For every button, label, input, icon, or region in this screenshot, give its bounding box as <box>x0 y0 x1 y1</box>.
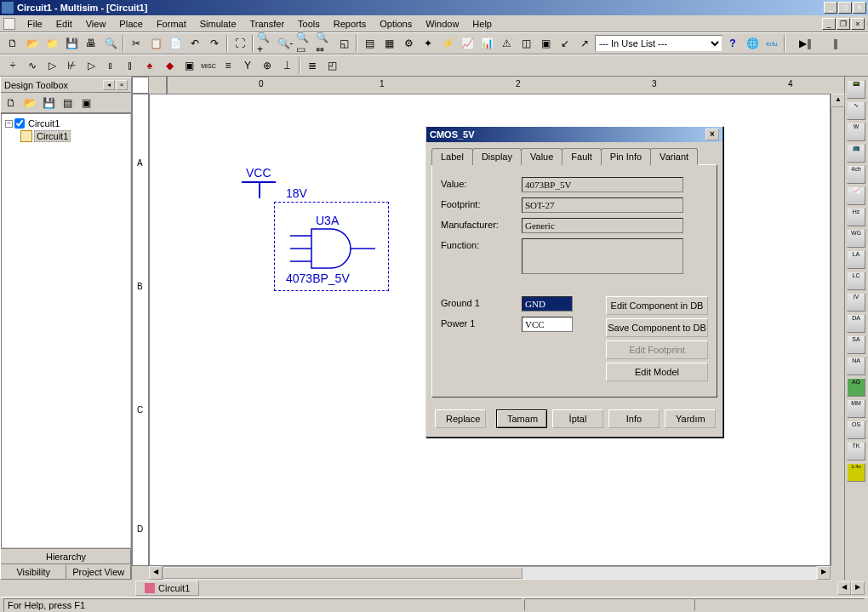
scroll-right-button[interactable]: ▶ <box>817 566 831 580</box>
horizontal-scrollbar[interactable]: ◀ ▶ <box>149 566 844 580</box>
mdi-close-button[interactable]: × <box>851 18 865 30</box>
cmos-button[interactable]: ⫿ <box>121 56 140 75</box>
menu-help[interactable]: Help <box>465 17 499 31</box>
ground1-field[interactable] <box>522 296 573 312</box>
edu-button[interactable]: edu <box>762 34 781 53</box>
toolbox-rename-button[interactable]: ▣ <box>77 94 94 112</box>
bode-plotter-button[interactable]: 📈 <box>847 186 865 205</box>
vcc-value[interactable]: 18V <box>286 186 307 200</box>
tek-scope-button[interactable]: TK <box>847 442 865 460</box>
menu-simulate[interactable]: Simulate <box>193 17 243 31</box>
close-button[interactable]: × <box>853 2 866 14</box>
basic-button[interactable]: ∿ <box>23 56 42 75</box>
network-analyzer-button[interactable]: NA <box>847 357 865 375</box>
menu-reports[interactable]: Reports <box>327 17 374 31</box>
tab-scroll-right-button[interactable]: ▶ <box>851 581 865 595</box>
ladder-button[interactable]: ⟘ <box>277 56 296 75</box>
tree-child[interactable]: Circuit1 <box>20 129 127 143</box>
menu-window[interactable]: Window <box>419 17 465 31</box>
vertical-scrollbar[interactable]: ▲ <box>831 94 844 566</box>
tree-root-label[interactable]: Circuit1 <box>26 118 61 129</box>
edaparts-button[interactable]: 🌐 <box>743 34 762 53</box>
help-button[interactable]: ? <box>723 34 742 53</box>
tab-fault[interactable]: Fault <box>562 148 601 165</box>
and-gate-icon[interactable] <box>290 227 380 270</box>
save-to-db-button[interactable]: Save Component to DB <box>606 318 708 337</box>
multimeter-button[interactable]: 📟 <box>847 80 865 99</box>
word-gen-button[interactable]: WG <box>847 229 865 248</box>
database-manager-button[interactable]: ⚙ <box>399 34 418 53</box>
spectrum-analyzer-button[interactable]: SA <box>847 335 865 354</box>
analyses-button[interactable]: 📊 <box>477 34 496 53</box>
analog-button[interactable]: ▷ <box>82 56 100 75</box>
print-preview-button[interactable]: 🔍 <box>101 34 120 53</box>
info-button[interactable]: Info <box>608 409 660 428</box>
cut-button[interactable]: ✂ <box>127 34 146 53</box>
oscilloscope-button[interactable]: 📺 <box>847 144 865 163</box>
tree-expander-icon[interactable]: − <box>5 120 13 128</box>
fullscreen-button[interactable]: ⛶ <box>231 34 249 53</box>
scroll-h-track[interactable] <box>163 566 817 580</box>
tab-pininfo[interactable]: Pin Info <box>601 148 651 165</box>
run-button[interactable]: ▶‖ <box>788 34 822 53</box>
source-button[interactable]: ÷ <box>3 56 22 75</box>
toolbox-close-button[interactable]: × <box>116 80 128 90</box>
dialog-help-button[interactable]: Yardım <box>665 409 716 428</box>
electromech-button[interactable]: ⊕ <box>258 56 277 75</box>
menu-edit[interactable]: Edit <box>49 17 79 31</box>
function-gen-button[interactable]: ∿ <box>847 101 865 120</box>
tab-label[interactable]: Label <box>431 148 473 165</box>
redo-button[interactable]: ↷ <box>205 34 224 53</box>
tab-value[interactable]: Value <box>521 148 562 165</box>
rf-button[interactable]: Y <box>238 56 257 75</box>
zoom-area-button[interactable]: 🔍▭ <box>295 34 314 53</box>
tab-project-view[interactable]: Project View <box>66 564 132 580</box>
menu-format[interactable]: Format <box>150 17 193 31</box>
toolbox-save-button[interactable]: 💾 <box>40 94 57 112</box>
doc-tab-circuit1[interactable]: Circuit1 <box>135 581 199 596</box>
save-button[interactable]: 💾 <box>62 34 81 53</box>
new-button[interactable]: 🗋 <box>3 34 22 53</box>
menu-transfer[interactable]: Transfer <box>243 17 292 31</box>
tree-child-label[interactable]: Circuit1 <box>34 130 71 142</box>
mdi-minimize-button[interactable]: _ <box>822 18 836 30</box>
paste-button[interactable]: 📄 <box>166 34 185 53</box>
tab-visibility[interactable]: Visibility <box>1 564 66 580</box>
tab-scroll-left-button[interactable]: ◀ <box>837 581 851 595</box>
toolbox-new-button[interactable]: 🗋 <box>3 94 20 112</box>
grapher-button[interactable]: ⚡ <box>438 34 457 53</box>
bus-button[interactable]: ≣ <box>303 56 322 75</box>
zoom-in-button[interactable]: 🔍+ <box>256 34 275 53</box>
ultiboard-button[interactable]: ▣ <box>536 34 555 53</box>
forward-annotate-button[interactable]: ↗ <box>575 34 594 53</box>
menu-view[interactable]: View <box>79 17 113 31</box>
wattmeter-button[interactable]: W <box>847 123 865 141</box>
copy-button[interactable]: 📋 <box>146 34 165 53</box>
toolbox-sheet-button[interactable]: ▤ <box>59 94 76 112</box>
toggle-spreadsheet-button[interactable]: ▦ <box>380 34 398 53</box>
freq-counter-button[interactable]: Hz <box>847 208 865 226</box>
toolbox-open-button[interactable]: 📂 <box>21 94 38 112</box>
in-use-list[interactable]: --- In Use List --- <box>595 35 722 52</box>
mixed-button[interactable]: ◆ <box>160 56 179 75</box>
cancel-button[interactable]: İptal <box>552 409 603 428</box>
dialog-titlebar[interactable]: CMOS_5V × <box>426 127 722 142</box>
indicator-button[interactable]: ▣ <box>180 56 198 75</box>
replace-button[interactable]: Replace <box>435 409 486 428</box>
agilent-mm-button[interactable]: MM <box>847 399 865 418</box>
design-tree[interactable]: − Circuit1 Circuit1 <box>1 113 131 548</box>
tab-display[interactable]: Display <box>472 148 522 165</box>
open-sample-button[interactable]: 📁 <box>43 34 61 53</box>
logic-analyzer-button[interactable]: LA <box>847 250 865 269</box>
tree-root[interactable]: − Circuit1 <box>5 117 127 129</box>
back-annotate-button[interactable]: ↙ <box>556 34 574 53</box>
tree-root-checkbox[interactable] <box>14 118 25 129</box>
zoom-out-button[interactable]: 🔍- <box>276 34 294 53</box>
tab-variant[interactable]: Variant <box>650 148 698 165</box>
menu-tools[interactable]: Tools <box>291 17 327 31</box>
menu-file[interactable]: File <box>20 17 49 31</box>
vcc-label[interactable]: VCC <box>246 166 271 180</box>
erc-button[interactable]: ⚠ <box>497 34 516 53</box>
open-button[interactable]: 📂 <box>23 34 42 53</box>
transistor-button[interactable]: ⊬ <box>62 56 81 75</box>
